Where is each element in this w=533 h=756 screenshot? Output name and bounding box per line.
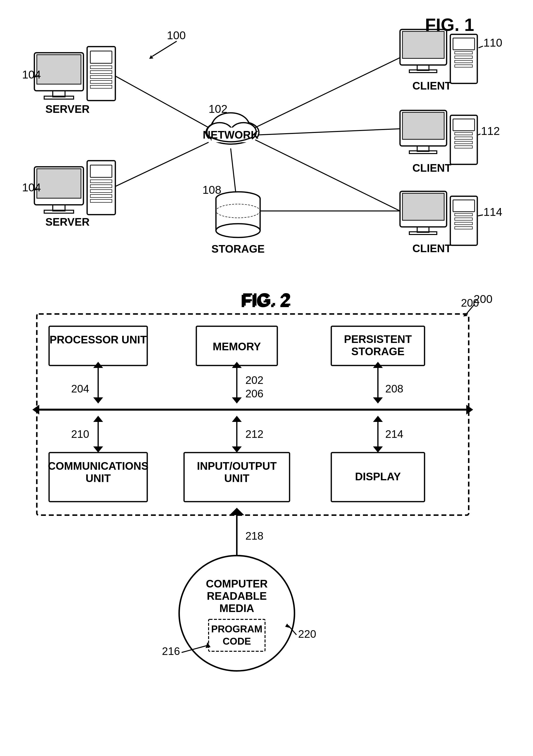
svg-point-39 xyxy=(216,224,260,237)
svg-rect-69 xyxy=(455,213,472,216)
fig2-title-svg: FIG. 2 xyxy=(240,291,290,311)
svg-marker-92 xyxy=(232,397,242,403)
display-label: DISPLAY xyxy=(355,471,401,482)
label-client2: CLIENT xyxy=(412,162,452,174)
svg-rect-22 xyxy=(90,190,112,193)
svg-rect-67 xyxy=(450,196,477,245)
svg-rect-64 xyxy=(403,193,444,220)
svg-line-75 xyxy=(115,142,209,186)
ref-218: 218 xyxy=(245,530,263,542)
fig2-diagram: FIG. 2 200 FIG. 2 200 PROCESSOR UNIT MEM… xyxy=(15,289,518,756)
svg-rect-44 xyxy=(409,70,437,73)
svg-rect-42 xyxy=(403,31,444,58)
label-server2: SERVER xyxy=(45,216,90,228)
svg-marker-106 xyxy=(373,416,383,422)
svg-line-78 xyxy=(255,140,400,211)
svg-rect-46 xyxy=(453,38,475,50)
io-label1: INPUT/OUTPUT xyxy=(197,460,277,472)
label-storage: STORAGE xyxy=(211,243,265,255)
persistent-label2: STORAGE xyxy=(351,345,405,357)
svg-marker-112 xyxy=(230,508,244,515)
svg-rect-8 xyxy=(90,66,112,69)
svg-marker-89 xyxy=(93,397,103,403)
svg-rect-61 xyxy=(455,146,472,148)
svg-rect-15 xyxy=(37,169,81,198)
svg-line-74 xyxy=(115,76,209,127)
svg-rect-9 xyxy=(90,71,112,73)
program-label2: CODE xyxy=(223,636,251,647)
ref-206: 206 xyxy=(245,388,263,400)
program-label1: PROGRAM xyxy=(211,624,263,634)
ref-204: 204 xyxy=(71,383,89,395)
svg-rect-71 xyxy=(455,222,472,225)
memory-label: MEMORY xyxy=(213,340,261,353)
svg-rect-20 xyxy=(90,180,112,183)
ref-216: 216 xyxy=(162,645,180,657)
ref-104-1: 104 xyxy=(22,68,41,81)
svg-rect-24 xyxy=(90,200,112,202)
fig1-svg: 100 104 SERVER xyxy=(15,15,518,284)
svg-rect-11 xyxy=(90,80,112,83)
ref-104-2: 104 xyxy=(22,181,41,194)
svg-line-51 xyxy=(479,46,483,48)
ref-110: 110 xyxy=(484,36,502,49)
svg-marker-101 xyxy=(93,446,103,452)
svg-rect-60 xyxy=(455,141,472,144)
svg-line-73 xyxy=(478,215,483,216)
svg-rect-19 xyxy=(90,165,112,177)
network-cloud: NETWORK xyxy=(203,113,259,149)
label-network: NETWORK xyxy=(203,129,259,141)
ref-220: 220 xyxy=(298,628,316,640)
svg-marker-107 xyxy=(373,446,383,452)
svg-line-0 xyxy=(152,41,177,56)
svg-rect-68 xyxy=(453,200,475,212)
ref-112: 112 xyxy=(481,124,500,137)
processor-label: PROCESSOR UNIT xyxy=(49,334,147,346)
crm-label2: READABLE xyxy=(207,590,267,602)
comm-label1: COMMUNICATIONS xyxy=(48,460,149,472)
svg-line-79 xyxy=(231,148,236,191)
ref-202: 202 xyxy=(245,374,263,386)
svg-marker-98 xyxy=(466,405,473,415)
svg-rect-23 xyxy=(90,195,112,198)
storage-cylinder xyxy=(216,192,260,237)
svg-marker-100 xyxy=(93,416,103,422)
svg-rect-50 xyxy=(455,65,472,67)
svg-marker-104 xyxy=(232,446,242,452)
fig2-svg: FIG. 2 200 PROCESSOR UNIT MEMORY PERSIST… xyxy=(15,289,518,756)
svg-rect-58 xyxy=(455,132,472,135)
svg-marker-103 xyxy=(232,416,242,422)
svg-rect-72 xyxy=(455,227,472,229)
svg-rect-57 xyxy=(453,119,475,131)
svg-rect-53 xyxy=(403,112,444,139)
comm-label2: UNIT xyxy=(86,472,111,484)
svg-rect-45 xyxy=(450,34,477,83)
svg-rect-17 xyxy=(44,210,73,213)
crm-label3: MEDIA xyxy=(219,602,254,614)
svg-rect-12 xyxy=(90,85,112,88)
ref-114: 114 xyxy=(484,205,502,218)
svg-rect-21 xyxy=(90,185,112,188)
svg-rect-48 xyxy=(455,56,472,58)
persistent-label1: PERSISTENT xyxy=(344,333,412,345)
svg-line-77 xyxy=(258,129,400,135)
io-label2: UNIT xyxy=(224,472,250,484)
fig1-diagram: FIG. 1 100 104 SERVER xyxy=(15,15,518,284)
ref-208: 208 xyxy=(385,383,403,395)
svg-rect-7 xyxy=(90,51,112,63)
svg-rect-5 xyxy=(44,96,73,99)
ref-210: 210 xyxy=(71,428,89,440)
svg-rect-3 xyxy=(37,55,81,84)
ref-108: 108 xyxy=(203,183,221,196)
svg-marker-97 xyxy=(32,405,39,415)
label-server1: SERVER xyxy=(45,103,90,115)
label-client3: CLIENT xyxy=(412,242,452,255)
svg-rect-66 xyxy=(409,232,437,234)
svg-rect-84 xyxy=(49,326,147,365)
label-client1: CLIENT xyxy=(412,80,452,92)
svg-rect-10 xyxy=(90,75,112,78)
svg-rect-55 xyxy=(409,151,437,153)
svg-rect-56 xyxy=(450,115,477,164)
crm-label1: COMPUTER xyxy=(206,578,268,590)
ref-100: 100 xyxy=(167,29,186,42)
